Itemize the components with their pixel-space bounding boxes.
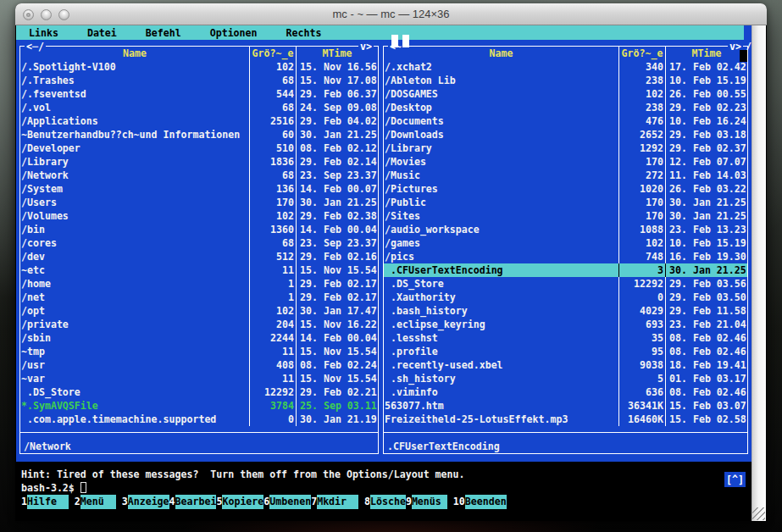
fkey-5-button[interactable]: 5Kopiere	[216, 495, 263, 509]
file-row[interactable]: ~etc1115. Nov 15.54	[20, 263, 378, 277]
file-row[interactable]: .CFUserTextEncoding330. Jan 21.25	[384, 263, 747, 277]
file-row[interactable]: /cores6823. Sep 23.37	[20, 236, 378, 250]
file-row[interactable]: .Xauthority029. Feb 03.50	[384, 291, 747, 304]
fkey-number: 8	[364, 495, 370, 509]
file-row[interactable]: Freizeitheld-25-LotusEffekt.mp316460K15.…	[384, 413, 747, 426]
file-row[interactable]: /Applications251629. Feb 04.02	[20, 114, 378, 128]
file-mtime: 10. Feb 15.19	[665, 74, 747, 87]
file-row[interactable]: .profile9508. Feb 02.46	[384, 345, 747, 358]
fkey-3-button[interactable]: 3Anzeige	[122, 495, 169, 509]
titlebar[interactable]: mc - ~ — mc — 124×36	[15, 3, 767, 25]
file-row[interactable]: .viminfo63608. Feb 02.46	[384, 385, 747, 399]
file-row[interactable]: /Developer51008. Feb 02.12	[20, 141, 378, 155]
file-row[interactable]: .DS_Store1229229. Feb 03.56	[384, 277, 747, 291]
fkey-2-button[interactable]: 2Menü	[75, 495, 116, 509]
file-row[interactable]: /Ableton Lib23810. Feb 15.19	[384, 74, 747, 87]
shell-prompt[interactable]: bash-3.2$	[16, 481, 751, 495]
file-row[interactable]: /Sites17030. Jan 21.25	[384, 209, 747, 223]
column-header-row: NameGrö?~_eMTime	[384, 47, 747, 60]
file-row[interactable]: ~var1115. Nov 15.54	[20, 372, 378, 385]
file-name: /Network	[20, 169, 249, 182]
file-row[interactable]: ~Benutzerhandbu??ch~und Informationen603…	[20, 128, 378, 141]
file-row[interactable]: .sh_history501. Feb 03.17	[384, 372, 747, 385]
fkey-label: Hilfe	[27, 495, 69, 509]
file-size: 170	[249, 196, 296, 209]
column-header-name[interactable]: Name	[384, 47, 618, 60]
menu-item-optionen[interactable]: Optionen	[210, 26, 258, 40]
file-mtime: 29. Feb 02.37	[665, 141, 747, 155]
file-row[interactable]: /home129. Feb 02.17	[20, 277, 378, 291]
file-row[interactable]: .eclipse_keyring69323. Feb 21.04	[384, 318, 747, 331]
file-row[interactable]: /.xchat234017. Feb 02.42	[384, 60, 747, 74]
file-row[interactable]: /dev51229. Feb 02.16	[20, 250, 378, 263]
fkey-4-button[interactable]: 4Bearbei	[169, 495, 217, 509]
file-row[interactable]: /Movies17012. Feb 07.07	[384, 155, 747, 169]
menu-item-datei[interactable]: Datei	[87, 26, 117, 40]
file-mtime: 23. Feb 13.23	[665, 223, 747, 236]
file-size: 35	[618, 331, 665, 345]
file-size: 340	[618, 60, 665, 74]
fkey-6-button[interactable]: 6Umbenen	[263, 495, 311, 509]
file-row[interactable]: /audio_workspace108823. Feb 13.23	[384, 223, 747, 236]
file-row[interactable]: /.Trashes6815. Nov 17.08	[20, 74, 378, 87]
file-mtime: 15. Feb 03.07	[665, 399, 747, 413]
file-row[interactable]: /Library129229. Feb 02.37	[384, 141, 747, 155]
file-mtime: 11. Feb 14.03	[665, 169, 747, 182]
file-name: .sh_history	[384, 372, 618, 385]
file-row[interactable]: *.SymAVQSFile378425. Sep 03.11	[20, 399, 378, 413]
column-header-name[interactable]: Name	[20, 47, 249, 60]
file-row[interactable]: /.fseventsd54429. Feb 06.37	[20, 87, 378, 101]
column-header-size[interactable]: Grö?~_e	[249, 47, 296, 60]
file-row[interactable]: /.Spotlight-V10010215. Nov 16.56	[20, 60, 378, 74]
desktop-background: { "window": { "title": "mc - ~ — mc — 12…	[0, 0, 782, 532]
file-row[interactable]: /sbin224414. Feb 00.04	[20, 331, 378, 345]
file-row[interactable]: 563077.htm36341K15. Feb 03.07	[384, 399, 747, 413]
file-row[interactable]: /private20415. Nov 16.22	[20, 318, 378, 331]
file-row[interactable]: .bash_history402929. Feb 11.58	[384, 304, 747, 318]
file-row[interactable]: /Desktop23829. Feb 02.23	[384, 101, 747, 114]
file-row[interactable]: /Downloads265229. Feb 03.18	[384, 128, 747, 141]
left-panel-sort-button[interactable]: v>	[358, 40, 374, 53]
menu-item-links[interactable]: Links	[29, 26, 58, 40]
menu-item-rechts[interactable]: Rechts	[286, 26, 322, 40]
file-row[interactable]: .com.apple.timemachine.supported030. Jan…	[20, 413, 378, 426]
file-mtime: 15. Feb 02.58	[665, 413, 747, 426]
file-row[interactable]: /Network6823. Sep 23.37	[20, 169, 378, 182]
column-header-size[interactable]: Grö?~_e	[618, 47, 665, 60]
file-row[interactable]: /pics74816. Feb 19.30	[384, 250, 747, 263]
file-row[interactable]: .recently-used.xbel903818. Feb 19.41	[384, 358, 747, 372]
fkey-1-button[interactable]: 1Hilfe	[21, 495, 69, 509]
file-mtime: 25. Sep 03.11	[296, 399, 378, 413]
menu-item-befehl[interactable]: Befehl	[146, 26, 181, 40]
file-row[interactable]: /net129. Feb 02.17	[20, 291, 378, 304]
fkey-9-button[interactable]: 9Menüs	[406, 495, 447, 509]
file-row[interactable]: .DS_Store1229229. Feb 02.21	[20, 385, 378, 399]
file-row[interactable]: /usr40808. Feb 02.24	[20, 358, 378, 372]
file-row[interactable]: /Documents47610. Feb 16.24	[384, 114, 747, 128]
file-mtime: 30. Jan 17.47	[296, 304, 378, 318]
file-row[interactable]: /.vol6824. Sep 09.08	[20, 101, 378, 114]
fkey-10-button[interactable]: 10Beenden	[453, 495, 507, 509]
left-panel-path-button[interactable]: <─/	[25, 40, 46, 53]
file-row[interactable]: /bin136014. Feb 00.04	[20, 223, 378, 236]
file-size: 11	[249, 372, 296, 385]
file-row[interactable]: ~tmp1115. Nov 15.54	[20, 345, 378, 358]
file-row[interactable]: /Public17030. Jan 21.25	[384, 196, 747, 209]
file-mtime: 29. Feb 03.56	[665, 277, 747, 291]
file-row[interactable]: /Volumes10229. Feb 02.38	[20, 209, 378, 223]
file-mtime: 10. Feb 16.24	[665, 114, 747, 128]
file-row[interactable]: /games10210. Feb 15.19	[384, 236, 747, 250]
resize-grip[interactable]	[752, 507, 765, 520]
file-row[interactable]: /Users17030. Jan 21.25	[20, 196, 378, 209]
file-row[interactable]: .lesshst3508. Feb 02.46	[384, 331, 747, 345]
terminal-scrollbar[interactable]	[751, 25, 766, 521]
file-row[interactable]: /Music27211. Feb 14.03	[384, 169, 747, 182]
file-row[interactable]: /Pictures102026. Feb 03.22	[384, 182, 747, 196]
file-row[interactable]: /System13614. Feb 00.07	[20, 182, 378, 196]
file-row[interactable]: /opt10230. Jan 17.47	[20, 304, 378, 318]
file-name: /DOSGAMES	[384, 87, 618, 101]
file-row[interactable]: /Library183629. Feb 02.14	[20, 155, 378, 169]
fkey-7-button[interactable]: 7Mkdir	[311, 495, 358, 509]
fkey-8-button[interactable]: 8Lösche	[364, 495, 406, 509]
file-row[interactable]: /DOSGAMES10226. Feb 00.55	[384, 87, 747, 101]
